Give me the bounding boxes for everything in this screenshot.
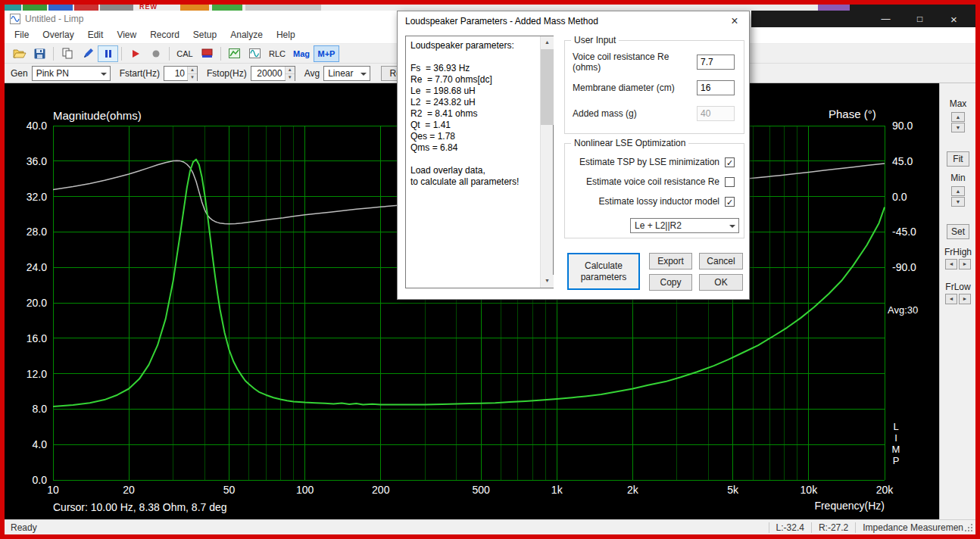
- phase-tick-label: 90.0: [892, 120, 913, 132]
- spin-up-icon[interactable]: ▲: [286, 67, 295, 73]
- copy-button[interactable]: Copy: [649, 274, 692, 291]
- dialog-title-bar[interactable]: Loudspeaker Parameters - Added Mass Meth…: [398, 11, 749, 31]
- close-button[interactable]: ×: [937, 11, 971, 27]
- background-app-fragment: [74, 5, 98, 11]
- lossy-inductor-checkbox[interactable]: ✓: [725, 197, 735, 207]
- mag-tick-label: 28.0: [27, 226, 47, 238]
- menu-item-view[interactable]: View: [110, 27, 143, 43]
- spin-down-icon[interactable]: ▼: [286, 73, 295, 81]
- copy-button[interactable]: [57, 45, 77, 62]
- frhigh-right-button[interactable]: ►: [959, 259, 971, 270]
- max-label: Max: [940, 98, 976, 109]
- parameters-listbox[interactable]: Loudspeaker parameters: Fs = 36.93 Hz Re…: [405, 36, 554, 288]
- mag-tick-label: 0.0: [33, 474, 48, 486]
- open-folder-icon: [13, 48, 27, 59]
- mag-phase-view-button[interactable]: M+P: [314, 45, 339, 62]
- export-button[interactable]: Export: [649, 253, 692, 270]
- edit-pen-button[interactable]: [77, 45, 98, 62]
- parameter-line: Fs = 36.93 Hz: [410, 63, 538, 74]
- copy-icon: [62, 48, 73, 59]
- oscilloscope-button[interactable]: [245, 45, 265, 62]
- mag-tick-label: 8.0: [33, 403, 48, 415]
- fit-button[interactable]: Fit: [947, 151, 969, 167]
- inductor-model-select[interactable]: Le + L2||R2: [630, 218, 739, 233]
- maximize-button[interactable]: □: [903, 11, 937, 27]
- open-file-button[interactable]: [9, 45, 30, 62]
- dialog-title: Loudspeaker Parameters - Added Mass Meth…: [405, 16, 598, 26]
- phase-tick-label: -90.0: [892, 261, 916, 273]
- dialog-close-button[interactable]: ×: [723, 11, 746, 31]
- membrane-diameter-input[interactable]: [697, 80, 735, 95]
- user-input-group-title: User Input: [571, 35, 619, 45]
- menu-item-setup[interactable]: Setup: [186, 27, 223, 43]
- scroll-down-icon[interactable]: ▼: [541, 275, 554, 288]
- mag-tick-label: 36.0: [27, 155, 47, 167]
- status-bar: Ready L:-32.4 R:-27.2 Impedance Measurem…: [5, 519, 975, 534]
- save-button[interactable]: [30, 45, 50, 62]
- parameter-line: Qt = 1.41: [410, 120, 538, 131]
- listbox-scrollbar[interactable]: ▲ ▼: [540, 36, 553, 288]
- play-button[interactable]: [125, 45, 145, 62]
- chevron-down-icon: [360, 73, 367, 79]
- scroll-up-icon[interactable]: ▲: [541, 36, 554, 49]
- fstop-stepper[interactable]: 20000 ▲▼: [251, 66, 295, 81]
- cancel-button[interactable]: Cancel: [699, 253, 743, 270]
- min-decrease-button[interactable]: ▼: [951, 197, 965, 207]
- spin-down-icon[interactable]: ▼: [188, 73, 197, 81]
- record-icon: [151, 49, 161, 58]
- max-increase-button[interactable]: ▲: [951, 112, 965, 122]
- rew-window-fragment: REW: [139, 5, 158, 11]
- scrollbar-thumb[interactable]: [541, 49, 554, 125]
- minimize-button[interactable]: —: [869, 11, 903, 27]
- cal-button[interactable]: CAL: [173, 45, 197, 62]
- max-decrease-button[interactable]: ▼: [951, 123, 965, 132]
- mag-tick-label: 20.0: [27, 297, 47, 309]
- spectrum-icon: [229, 48, 240, 58]
- parameter-line: to calculate all parameters!: [410, 176, 538, 188]
- generator-type-select[interactable]: Pink PN: [32, 66, 111, 81]
- phase-tick-label: -45.0: [892, 226, 916, 238]
- parameter-line: Load overlay data,: [410, 165, 538, 176]
- fstop-spin-arrows[interactable]: ▲▼: [285, 67, 295, 80]
- spectrum-button[interactable]: [224, 45, 245, 62]
- estimate-tsp-checkbox[interactable]: ✓: [725, 157, 735, 167]
- menu-item-help[interactable]: Help: [270, 27, 302, 43]
- background-app-fragment: [850, 5, 975, 11]
- x-axis-title: Frequency(Hz): [792, 500, 885, 512]
- calculate-parameters-button[interactable]: Calculate parameters: [567, 253, 640, 290]
- generator-button[interactable]: [197, 45, 217, 62]
- menu-item-edit[interactable]: Edit: [81, 27, 111, 43]
- status-separator: [855, 522, 856, 533]
- rlc-button[interactable]: RLC: [265, 45, 289, 62]
- pen-icon: [83, 48, 93, 59]
- frlow-right-button[interactable]: ►: [959, 294, 971, 304]
- menu-item-file[interactable]: File: [8, 27, 36, 43]
- re-input[interactable]: [697, 55, 735, 70]
- frlow-left-button[interactable]: ◄: [945, 294, 957, 304]
- set-button[interactable]: Set: [947, 224, 969, 239]
- fstart-spin-arrows[interactable]: ▲▼: [187, 67, 197, 80]
- resize-grip[interactable]: [971, 530, 972, 531]
- min-increase-button[interactable]: ▲: [951, 186, 965, 196]
- phase-tick-label: 0.0: [892, 191, 907, 203]
- mag-tick-label: 16.0: [27, 332, 47, 344]
- spin-up-icon[interactable]: ▲: [188, 67, 197, 73]
- background-app-fragment: [818, 5, 850, 11]
- mag-view-button[interactable]: Mag: [289, 45, 314, 62]
- freq-tick-label: 20k: [876, 484, 894, 496]
- window-title: Untitled - Limp: [25, 14, 83, 24]
- menu-item-overlay[interactable]: Overlay: [36, 27, 80, 43]
- averaging-select[interactable]: Linear: [323, 66, 370, 81]
- menu-item-record[interactable]: Record: [143, 27, 186, 43]
- ok-button[interactable]: OK: [699, 274, 743, 291]
- record-button[interactable]: [145, 45, 166, 62]
- estimate-re-checkbox[interactable]: [725, 177, 735, 187]
- menu-item-analyze[interactable]: Analyze: [223, 27, 270, 43]
- mag-tick-label: 12.0: [27, 368, 47, 380]
- parameter-line: Re = 7.70 ohms[dc]: [410, 74, 538, 86]
- mag-tick-label: 40.0: [27, 120, 47, 132]
- frhigh-left-button[interactable]: ◄: [945, 259, 957, 270]
- pause-button[interactable]: [98, 45, 118, 62]
- fstart-stepper[interactable]: 10 ▲▼: [164, 66, 198, 81]
- freq-tick-label: 2k: [627, 484, 639, 496]
